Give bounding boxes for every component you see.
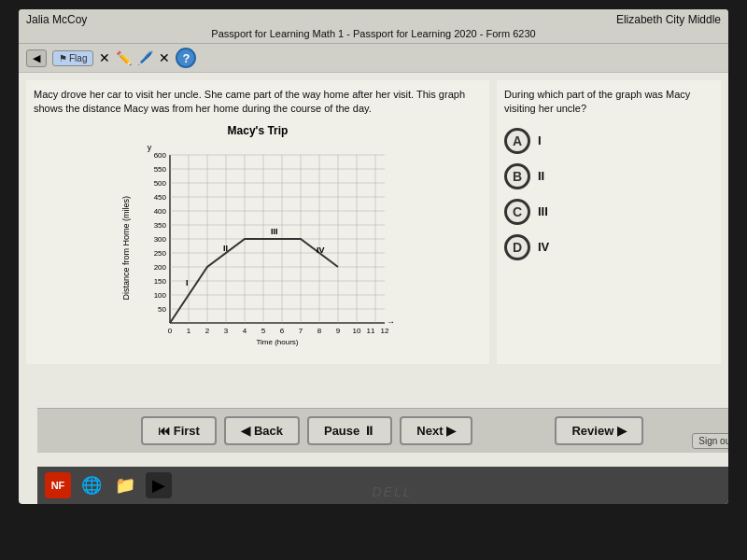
pause-icon: ⏸ [363,424,375,438]
answer-option-C[interactable]: C III [504,199,713,225]
answer-circle-A: A [504,128,530,154]
course-title: Passport for Learning Math 1 - Passport … [211,28,535,39]
svg-text:0: 0 [168,327,173,335]
answer-option-B[interactable]: B II [504,163,713,189]
y-axis-label: Distance from Home (miles) [121,196,131,301]
back-arrow-button[interactable]: ◀ [26,49,47,67]
svg-text:10: 10 [353,327,361,335]
svg-text:600: 600 [154,151,167,160]
right-panel: During which part of the graph was Macy … [497,80,721,364]
svg-text:300: 300 [154,235,167,244]
segment-III-label: III [271,227,278,236]
svg-text:3: 3 [224,327,229,335]
right-question-text: During which part of the graph was Macy … [504,88,713,117]
next-button[interactable]: Next ▶ [400,416,472,445]
svg-text:150: 150 [154,277,167,286]
answer-option-D[interactable]: D IV [504,234,713,260]
graph-container: Distance from Home (miles) y [34,141,482,356]
svg-text:500: 500 [154,179,167,188]
help-button[interactable]: ? [176,48,196,68]
review-icon: ▶ [617,424,627,438]
taskbar: NF 🌐 📁 ▶ DELL [37,467,728,504]
graph-svg: y [133,141,394,356]
question-text: Macy drove her car to visit her uncle. S… [34,88,482,117]
next-icon: ▶ [446,424,456,438]
pen-icon[interactable]: 🖊️ [137,50,153,65]
left-panel: Macy drove her car to visit her uncle. S… [26,80,489,364]
answer-circle-C: C [504,199,530,225]
dell-logo: DELL [372,484,412,499]
files-icon[interactable]: 📁 [112,472,138,498]
svg-text:Time (hours): Time (hours) [256,338,298,346]
pause-button[interactable]: Pause ⏸ [307,416,392,445]
toolbar: ◀ ⚑ Flag ✕ ✏️ 🖊️ ✕ ? [19,44,728,73]
y-axis-title: y [148,143,152,152]
back-icon: ◀ [241,424,250,438]
pencil-icon[interactable]: ✏️ [116,50,132,65]
svg-text:450: 450 [154,193,167,202]
play-icon[interactable]: ▶ [146,472,172,498]
svg-text:250: 250 [154,249,167,258]
first-icon: ⏮ [158,424,170,438]
answer-label-A: I [538,133,542,147]
svg-text:5: 5 [261,327,266,335]
school-name: Elizabeth City Middle [616,13,721,26]
flag-button[interactable]: ⚑ Flag [52,50,93,66]
svg-text:6: 6 [280,327,285,335]
bottom-nav: ⏮ First ◀ Back Pause ⏸ Next ▶ Review ▶ S… [37,408,728,453]
segment-I-label: I [186,278,189,287]
graph-title: Macy's Trip [34,124,482,137]
svg-text:8: 8 [317,327,322,335]
svg-text:1: 1 [187,327,191,335]
flag-icon: ⚑ [59,53,67,63]
segment-IV-label: IV [317,245,325,255]
svg-text:11: 11 [367,327,375,335]
svg-text:9: 9 [336,327,341,335]
svg-text:400: 400 [154,207,167,216]
sign-out-button[interactable]: Sign out [692,433,728,449]
svg-text:→: → [387,317,394,327]
svg-text:100: 100 [154,291,167,300]
header: Jalia McCoy Elizabeth City Middle Passpo… [19,9,728,44]
answer-option-A[interactable]: A I [504,128,713,154]
svg-text:50: 50 [158,305,166,314]
answer-label-B: II [538,169,544,183]
answer-circle-D: D [504,234,530,260]
answer-label-D: IV [538,240,549,254]
review-button[interactable]: Review ▶ [555,416,643,445]
close-icon[interactable]: ✕ [99,50,110,65]
svg-text:350: 350 [154,221,167,230]
back-button[interactable]: ◀ Back [224,416,300,445]
svg-text:550: 550 [154,165,167,174]
chrome-icon[interactable]: 🌐 [78,472,105,498]
svg-text:12: 12 [381,327,389,335]
svg-text:4: 4 [243,327,247,335]
svg-text:7: 7 [299,327,303,335]
segment-II-label: II [223,244,228,253]
answer-circle-B: B [504,163,530,189]
first-button[interactable]: ⏮ First [141,416,217,445]
scissors-icon[interactable]: ✕ [159,50,170,65]
student-name: Jalia McCoy [26,13,87,26]
svg-text:200: 200 [154,263,167,272]
svg-text:2: 2 [205,327,210,335]
nf-icon[interactable]: NF [45,472,71,498]
answer-label-C: III [538,204,548,218]
